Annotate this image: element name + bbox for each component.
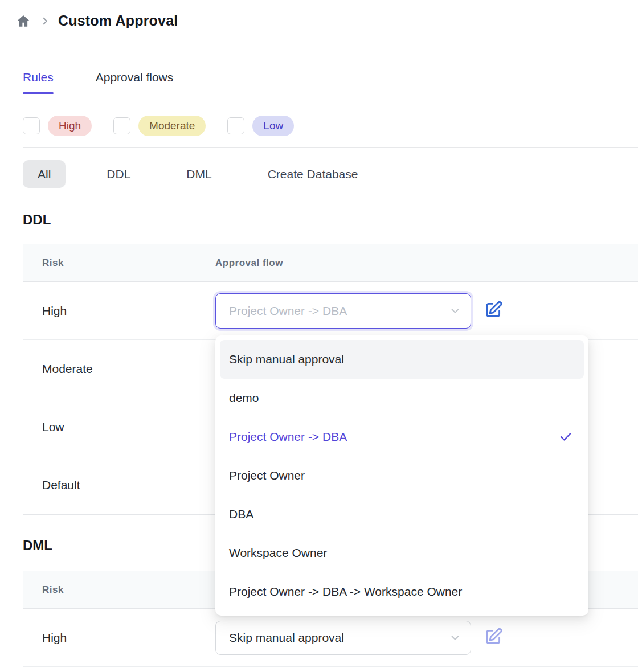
filter-dml[interactable]: DML: [171, 160, 226, 188]
table-row-dml-next-partial: [23, 667, 638, 672]
chevron-down-icon: [449, 632, 461, 644]
checkbox-low[interactable]: [227, 117, 244, 134]
table-header: Risk Approval flow: [23, 244, 638, 282]
filter-all[interactable]: All: [23, 160, 66, 188]
dropdown-option-workspace-owner[interactable]: Workspace Owner: [220, 534, 584, 572]
table-row-dml-high: High Skip manual approval: [23, 609, 638, 667]
column-header-risk: Risk: [23, 584, 215, 596]
dropdown-option-project-owner[interactable]: Project Owner: [220, 456, 584, 495]
chevron-right-icon: [40, 16, 50, 26]
risk-badge-moderate: Moderate: [138, 116, 206, 136]
page-title: Custom Approval: [58, 13, 178, 29]
section-title-ddl: DDL: [23, 212, 51, 228]
approval-flow-cell: Skip manual approval: [215, 621, 504, 655]
risk-label: High: [23, 304, 215, 318]
column-header-risk: Risk: [23, 257, 215, 269]
dropdown-option-skip-manual-approval[interactable]: Skip manual approval: [220, 340, 584, 379]
dropdown-option-project-owner-dba-workspace-owner[interactable]: Project Owner -> DBA -> Workspace Owner: [220, 572, 584, 611]
chevron-down-icon: [449, 305, 461, 317]
edit-approval-flow-button-dml-high[interactable]: [482, 627, 504, 649]
approval-flow-select-ddl-high[interactable]: Project Owner -> DBA: [215, 293, 471, 329]
risk-filter-low: Low: [227, 116, 294, 136]
select-value: Skip manual approval: [229, 631, 344, 645]
edit-pencil-square-icon: [484, 627, 503, 646]
risk-label: Low: [23, 420, 215, 434]
risk-label: Default: [23, 478, 215, 492]
risk-label: High: [23, 631, 215, 645]
table-row-ddl-high: High Project Owner -> DBA: [23, 282, 638, 340]
breadcrumb: Custom Approval: [16, 13, 178, 29]
custom-approval-page: Custom Approval Rules Approval flows Hig…: [0, 0, 638, 672]
section-title-dml: DML: [23, 538, 52, 554]
dropdown-option-project-owner-dba[interactable]: Project Owner -> DBA: [220, 417, 584, 456]
approval-flow-dropdown-menu: Skip manual approval demo Project Owner …: [215, 335, 588, 616]
risk-filter-row: High Moderate Low: [23, 116, 294, 136]
filter-create-database[interactable]: Create Database: [253, 160, 373, 188]
dropdown-option-dba[interactable]: DBA: [220, 495, 584, 534]
tab-rules[interactable]: Rules: [23, 71, 54, 94]
edit-approval-flow-button-ddl-high[interactable]: [482, 300, 504, 322]
risk-filter-moderate: Moderate: [113, 116, 206, 136]
dropdown-option-demo[interactable]: demo: [220, 379, 584, 417]
tab-approval-flows[interactable]: Approval flows: [96, 71, 174, 94]
filter-ddl[interactable]: DDL: [92, 160, 145, 188]
approval-flow-select-dml-high[interactable]: Skip manual approval: [215, 621, 471, 655]
column-header-approval-flow: Approval flow: [215, 257, 283, 269]
edit-pencil-square-icon: [484, 300, 503, 319]
tab-bar: Rules Approval flows: [23, 71, 173, 94]
checkbox-moderate[interactable]: [113, 117, 130, 134]
option-label: Project Owner -> DBA: [229, 430, 347, 444]
section-divider: [23, 147, 638, 148]
approval-flow-cell: Project Owner -> DBA: [215, 293, 504, 329]
risk-label: Moderate: [23, 362, 215, 376]
risk-filter-high: High: [23, 116, 92, 136]
risk-badge-high: High: [48, 116, 92, 136]
type-filter-row: All DDL DML Create Database: [23, 160, 373, 188]
select-value: Project Owner -> DBA: [229, 304, 347, 318]
home-icon[interactable]: [16, 14, 31, 28]
checkbox-high[interactable]: [23, 117, 40, 134]
risk-badge-low: Low: [252, 116, 294, 136]
checkmark-icon: [559, 430, 572, 444]
